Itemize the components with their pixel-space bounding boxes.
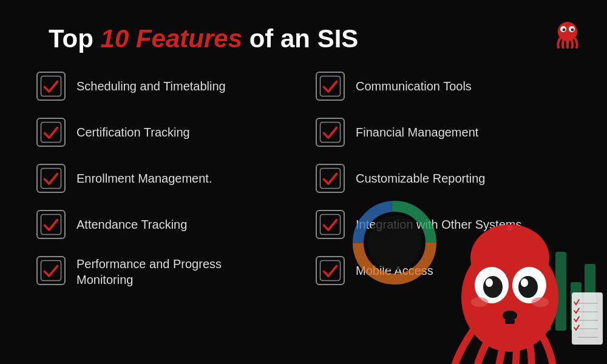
feature-label-scheduling: Scheduling and Timetabling bbox=[76, 78, 226, 94]
logo bbox=[552, 18, 583, 49]
svg-point-39 bbox=[507, 225, 513, 231]
checkbox-certification bbox=[36, 118, 66, 147]
checkbox-financial bbox=[316, 118, 345, 147]
feature-label-performance: Performance and ProgressMonitoring bbox=[76, 256, 222, 288]
feature-label-enrollment: Enrollment Management. bbox=[76, 170, 212, 186]
list-item: Financial Management bbox=[316, 118, 571, 147]
list-item: Certification Tracking bbox=[36, 118, 291, 147]
list-item: Enrollment Management. bbox=[36, 164, 291, 193]
checkbox-attendance bbox=[36, 210, 66, 239]
svg-point-38 bbox=[505, 231, 515, 240]
checkbox-enrollment bbox=[36, 164, 66, 193]
svg-point-3 bbox=[563, 29, 566, 32]
feature-label-financial: Financial Management bbox=[356, 124, 478, 140]
checklist-decoration bbox=[571, 291, 604, 346]
checkbox-scheduling bbox=[36, 72, 66, 101]
svg-point-34 bbox=[503, 311, 517, 320]
left-column: Scheduling and Timetabling Certification… bbox=[36, 72, 291, 288]
checkbox-communication bbox=[316, 72, 345, 101]
list-item: Scheduling and Timetabling bbox=[36, 72, 291, 101]
svg-point-4 bbox=[571, 29, 574, 32]
page-title: Top 10 Features of an SIS bbox=[49, 24, 558, 53]
svg-point-31 bbox=[518, 276, 538, 298]
checkbox-reporting bbox=[316, 164, 345, 193]
donut-chart-decoration bbox=[352, 194, 443, 291]
page-header: Top 10 Features of an SIS bbox=[0, 0, 607, 66]
checkbox-integration bbox=[316, 210, 345, 239]
title-suffix: of an SIS bbox=[242, 24, 358, 53]
list-item: Performance and ProgressMonitoring bbox=[36, 256, 291, 288]
title-highlight: 10 Features bbox=[101, 24, 242, 53]
svg-point-37 bbox=[532, 297, 549, 307]
feature-label-attendance: Attendance Tracking bbox=[76, 217, 187, 232]
checkbox-performance bbox=[36, 256, 66, 285]
list-item: Communication Tools bbox=[316, 72, 571, 101]
svg-rect-35 bbox=[505, 319, 515, 324]
svg-point-36 bbox=[471, 297, 488, 307]
octopus-character bbox=[431, 200, 589, 364]
decoration-area bbox=[352, 170, 607, 364]
svg-point-18 bbox=[367, 215, 422, 270]
svg-point-32 bbox=[486, 278, 493, 287]
svg-point-30 bbox=[483, 276, 503, 298]
checkbox-mobile bbox=[316, 256, 345, 285]
svg-point-33 bbox=[521, 278, 528, 287]
feature-label-certification: Certification Tracking bbox=[76, 124, 190, 140]
list-item: Attendance Tracking bbox=[36, 210, 291, 239]
feature-label-communication: Communication Tools bbox=[356, 78, 472, 94]
title-prefix: Top bbox=[49, 24, 101, 53]
